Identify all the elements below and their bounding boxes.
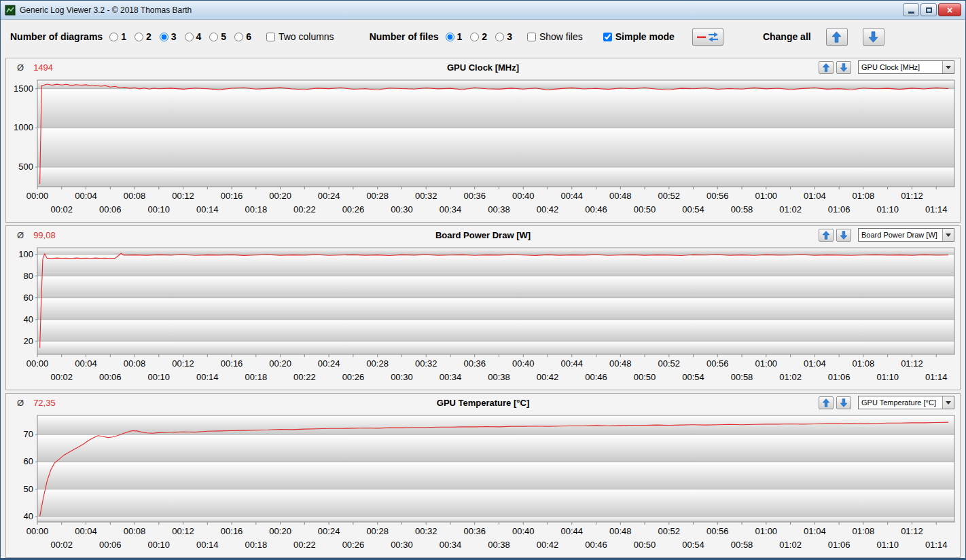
svg-text:01:04: 01:04 — [804, 526, 826, 536]
svg-text:00:10: 00:10 — [148, 204, 171, 214]
svg-text:00:12: 00:12 — [172, 358, 194, 369]
two-columns-input[interactable] — [266, 33, 275, 41]
svg-text:00:32: 00:32 — [415, 358, 437, 369]
move-chart-up-button[interactable] — [819, 396, 834, 409]
svg-text:00:38: 00:38 — [488, 372, 510, 382]
svg-text:00:38: 00:38 — [488, 204, 510, 214]
svg-text:00:58: 00:58 — [731, 372, 753, 382]
diagrams-option-2[interactable]: 2 — [135, 31, 151, 42]
simple-mode-checkbox[interactable]: Simple mode — [603, 31, 675, 42]
change-all-label: Change all — [763, 31, 811, 42]
show-files-checkbox[interactable]: Show files — [527, 31, 583, 42]
move-chart-down-button[interactable] — [836, 396, 851, 409]
svg-text:01:14: 01:14 — [925, 540, 948, 550]
svg-text:00:50: 00:50 — [634, 204, 656, 214]
combo-dropdown-button[interactable] — [942, 61, 954, 73]
channel-select[interactable]: GPU Temperature [°C] — [858, 396, 954, 409]
refresh-lines-button[interactable] — [692, 28, 723, 46]
chart-title: GPU Clock [MHz] — [6, 62, 960, 73]
svg-text:00:56: 00:56 — [706, 526, 729, 536]
channel-select[interactable]: Board Power Draw [W] — [858, 228, 954, 242]
svg-text:01:10: 01:10 — [876, 372, 899, 382]
move-chart-down-button[interactable] — [836, 61, 851, 74]
files-radio-3[interactable] — [495, 33, 504, 41]
simple-mode-label: Simple mode — [615, 31, 675, 42]
svg-text:00:04: 00:04 — [75, 358, 97, 369]
svg-text:50: 50 — [24, 484, 33, 494]
change-all-down-button[interactable] — [863, 28, 884, 46]
diagrams-radio-4[interactable] — [185, 33, 194, 41]
diagrams-radio-1[interactable] — [109, 33, 118, 41]
svg-text:00:36: 00:36 — [463, 358, 486, 369]
svg-text:00:16: 00:16 — [221, 191, 243, 201]
svg-text:60: 60 — [24, 456, 33, 466]
svg-text:60: 60 — [24, 293, 33, 303]
svg-text:00:28: 00:28 — [366, 191, 389, 201]
gpu-clock-chart[interactable]: 5001000150000:0000:0200:0400:0600:0800:1… — [6, 76, 960, 222]
svg-text:00:20: 00:20 — [269, 191, 291, 201]
files-radio-label-1: 1 — [457, 31, 463, 42]
average-value: 99,08 — [33, 230, 56, 240]
chart-panel-board-power: Ø 99,08 Board Power Draw [W] Board Power… — [5, 225, 961, 390]
svg-text:00:52: 00:52 — [658, 526, 681, 536]
svg-text:00:28: 00:28 — [366, 358, 389, 369]
panel-header: Ø 99,08 Board Power Draw [W] Board Power… — [6, 226, 960, 244]
channel-select[interactable]: GPU Clock [MHz] — [858, 60, 954, 74]
files-option-1[interactable]: 1 — [446, 31, 463, 42]
diagrams-radio-2[interactable] — [135, 33, 143, 41]
simple-mode-input[interactable] — [603, 33, 612, 41]
svg-text:1500: 1500 — [14, 83, 33, 94]
move-chart-up-button[interactable] — [819, 229, 834, 242]
svg-text:00:42: 00:42 — [537, 372, 559, 382]
svg-text:00:02: 00:02 — [50, 372, 73, 382]
files-option-3[interactable]: 3 — [495, 31, 512, 42]
diagrams-option-5[interactable]: 5 — [209, 31, 226, 42]
files-radio-2[interactable] — [470, 33, 479, 41]
show-files-input[interactable] — [527, 33, 536, 41]
app-icon — [5, 5, 16, 16]
diagrams-radio-5[interactable] — [209, 33, 218, 41]
diagrams-radio-6[interactable] — [234, 33, 243, 41]
svg-text:00:40: 00:40 — [512, 526, 535, 536]
diagrams-option-4[interactable]: 4 — [185, 31, 202, 42]
minimize-button[interactable] — [903, 3, 919, 16]
diagrams-option-1[interactable]: 1 — [109, 31, 126, 42]
svg-text:00:36: 00:36 — [463, 526, 486, 536]
svg-text:00:44: 00:44 — [560, 358, 583, 369]
chart-panel-gpu-temperature: Ø 72,35 GPU Temperature [°C] GPU Tempera… — [5, 393, 961, 558]
move-chart-up-button[interactable] — [819, 61, 834, 74]
svg-text:00:44: 00:44 — [560, 526, 583, 536]
svg-text:01:00: 01:00 — [755, 191, 778, 201]
svg-text:00:50: 00:50 — [634, 540, 656, 550]
down-arrow-icon — [840, 398, 847, 407]
maximize-button[interactable] — [920, 3, 937, 16]
close-button[interactable]: × — [938, 3, 961, 16]
combo-dropdown-button[interactable] — [942, 396, 954, 409]
svg-text:00:58: 00:58 — [731, 540, 753, 550]
gpu-temperature-chart[interactable]: 4050607000:0000:0200:0400:0600:0800:1000… — [6, 411, 960, 557]
move-chart-down-button[interactable] — [836, 229, 851, 242]
diagrams-option-6[interactable]: 6 — [234, 31, 251, 42]
svg-text:00:54: 00:54 — [682, 204, 704, 214]
combo-dropdown-button[interactable] — [942, 229, 954, 241]
svg-text:01:00: 01:00 — [755, 358, 778, 369]
files-radio-1[interactable] — [446, 33, 454, 41]
diagrams-radio-3[interactable] — [160, 33, 168, 41]
two-columns-checkbox[interactable]: Two columns — [266, 31, 334, 42]
title-bar[interactable]: Generic Log Viewer 3.2 - © 2018 Thomas B… — [1, 1, 965, 20]
maximize-icon — [926, 7, 932, 13]
diagrams-radio-label-1: 1 — [121, 31, 126, 42]
change-all-up-button[interactable] — [826, 28, 848, 46]
svg-text:01:06: 01:06 — [828, 204, 851, 214]
panel-controls: Board Power Draw [W] — [819, 228, 954, 242]
diagrams-option-3[interactable]: 3 — [160, 31, 177, 42]
board-power-chart[interactable]: 2040608010000:0000:0200:0400:0600:0800:1… — [6, 244, 960, 390]
svg-text:01:14: 01:14 — [925, 204, 948, 214]
svg-text:00:04: 00:04 — [75, 191, 97, 201]
svg-text:00:12: 00:12 — [172, 191, 194, 201]
svg-text:80: 80 — [24, 271, 33, 281]
svg-text:01:02: 01:02 — [779, 204, 802, 214]
svg-text:00:54: 00:54 — [682, 372, 704, 382]
files-option-2[interactable]: 2 — [470, 31, 487, 42]
svg-text:00:20: 00:20 — [269, 526, 291, 536]
